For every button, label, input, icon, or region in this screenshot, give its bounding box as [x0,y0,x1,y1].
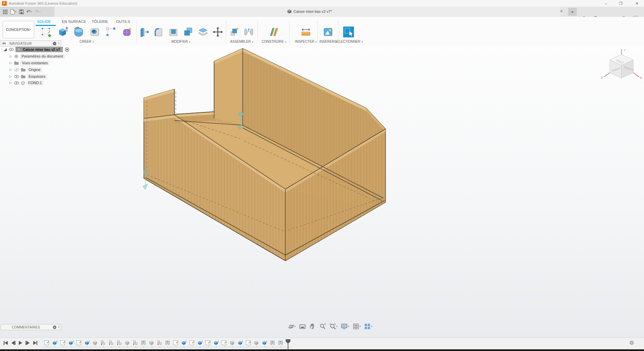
timeline-feature-hole[interactable] [100,340,106,346]
visibility-eye-icon[interactable] [14,81,19,85]
measure-button[interactable] [300,26,312,38]
construct-plane-button[interactable] [268,26,280,38]
timeline-step-forward-button[interactable] [25,340,31,346]
joint-button[interactable] [243,26,254,38]
fit-view-icon[interactable]: ▾ [329,323,338,330]
visibility-eye-icon[interactable] [14,75,19,78]
combine-button[interactable] [183,26,194,38]
close-button[interactable]: ✕ [631,0,643,7]
select-tool-button[interactable] [343,26,354,38]
timeline-feature-sketch[interactable] [60,340,66,346]
new-component-button[interactable] [229,26,240,38]
restore-button[interactable]: ❐ [615,0,627,7]
timeline-feature-box[interactable] [124,340,130,346]
timeline-feature-joint[interactable] [140,340,147,346]
tree-row-fond[interactable]: ▷ FOND:1 [9,80,44,86]
timeline-feature-sketch[interactable] [44,340,50,346]
tree-row-root[interactable]: Caisse mise bas v2 v7 [3,46,71,52]
timeline-feature-hole[interactable] [116,340,122,346]
tab-tolerie[interactable]: TÔLERIE [92,20,108,24]
shell-button[interactable] [168,26,179,38]
timeline-settings-gear-icon[interactable]: ⚙ [629,340,634,346]
timeline-feature-joint[interactable] [270,340,276,346]
activate-radio-icon[interactable] [65,47,69,52]
timeline-feature-hole[interactable] [108,340,114,346]
undo-icon[interactable]: ↶ ▾ [27,9,32,14]
viewport-canvas[interactable] [0,46,644,338]
redo-icon[interactable]: ↷ ▾ [35,9,41,14]
timeline-feature-sketch[interactable] [76,340,82,346]
zoom-icon[interactable] [319,323,326,330]
timeline-feature-sketch[interactable] [221,340,227,346]
pattern-button[interactable] [105,26,117,38]
tree-row-named-views[interactable]: ▷ Vues existantes [9,60,50,66]
tab-outils[interactable]: OUTILS [116,20,130,24]
timeline-feature-sketch[interactable] [189,340,195,346]
create-sketch-button[interactable] [41,26,52,38]
app-grid-icon[interactable] [3,9,7,14]
timeline-feature-sketch[interactable] [173,340,179,346]
timeline-feature-extrude[interactable] [261,340,268,346]
create-form-button[interactable] [121,26,133,38]
grid-display-icon[interactable]: ▾ [353,323,361,330]
timeline-feature-extrude[interactable] [84,340,90,346]
collapse-panel-icon[interactable] [2,42,6,45]
timeline-track[interactable] [41,347,291,347]
navigator-panel-header[interactable]: NAVIGATEUR ‖ [1,40,61,46]
orbit-icon[interactable]: ▾ [287,323,296,330]
timeline-feature-hole[interactable] [157,340,163,346]
timeline-feature-extrude[interactable] [52,340,58,346]
timeline-feature-sketch[interactable] [245,340,251,346]
tab-en-surface[interactable]: EN SURFACE [62,20,86,24]
expander-closed-icon[interactable]: ▷ [9,68,13,71]
panel-grip[interactable]: ‖ [58,325,59,329]
timeline-feature-extrude[interactable] [68,340,74,346]
fillet-button[interactable] [153,26,164,38]
minimize-button[interactable]: – [600,0,612,7]
group-label-inspecter[interactable]: INSPECTER ▾ [295,40,317,43]
tree-row-sketches[interactable]: ▷ Esquisses [9,73,47,79]
expand-circle-icon[interactable] [53,325,56,329]
timeline-feature-extrude[interactable] [181,340,187,346]
timeline-feature-box[interactable] [92,340,98,346]
viewports-icon[interactable]: ▾ [364,323,372,330]
viewport-3d-model[interactable] [0,46,644,338]
workspace-selector-button[interactable]: CONCEPTION▾ [3,21,34,38]
comments-panel-header[interactable]: COMMENTAIRES ‖ [1,324,61,330]
timeline-feature-sketch[interactable] [205,340,211,346]
revolve-button[interactable] [73,26,84,38]
document-tab-close-icon[interactable]: ✕ [559,9,564,13]
extrude-button[interactable] [57,26,68,38]
expander-closed-icon[interactable]: ▷ [9,55,13,58]
file-menu-icon[interactable]: ▾ [10,9,16,14]
look-at-icon[interactable] [299,323,306,330]
visibility-off-icon[interactable] [14,68,19,72]
timeline-feature-joint[interactable] [165,340,171,346]
save-icon[interactable] [19,9,24,14]
hole-button[interactable] [89,26,100,38]
group-label-construire[interactable]: CONSTRUIRE ▾ [261,40,286,43]
move-copy-button[interactable] [212,26,224,38]
timeline-feature-box[interactable] [149,340,155,346]
group-label-assembler[interactable]: ASSEMBLER ▾ [230,40,253,43]
timeline-feature-extrude[interactable] [213,340,219,346]
group-label-selectionner[interactable]: SÉLECTIONNER ▾ [334,40,363,43]
expander-closed-icon[interactable]: ▷ [9,75,13,78]
timeline-feature-extrude[interactable] [237,340,243,346]
visibility-eye-icon[interactable] [9,48,14,51]
expander-closed-icon[interactable]: ▷ [9,81,13,84]
view-cube[interactable]: Y HAUT AVANT DROITE Z X [600,47,643,85]
press-pull-button[interactable] [138,26,150,38]
group-label-modifier[interactable]: MODIFIER ▾ [171,40,190,43]
pan-icon[interactable] [309,323,316,330]
timeline-feature-hole[interactable] [132,340,138,346]
new-tab-button[interactable]: + [568,8,577,16]
timeline-playhead[interactable] [285,339,291,350]
group-label-creer[interactable]: CRÉER ▾ [80,40,94,43]
timeline-feature-extrude[interactable] [197,340,203,346]
timeline-play-button[interactable] [17,340,24,346]
timeline-feature-box[interactable] [229,340,235,346]
collapse-circle-icon[interactable] [53,42,56,45]
expander-closed-icon[interactable]: ▷ [9,61,13,65]
display-settings-icon[interactable]: ▾ [341,323,349,330]
